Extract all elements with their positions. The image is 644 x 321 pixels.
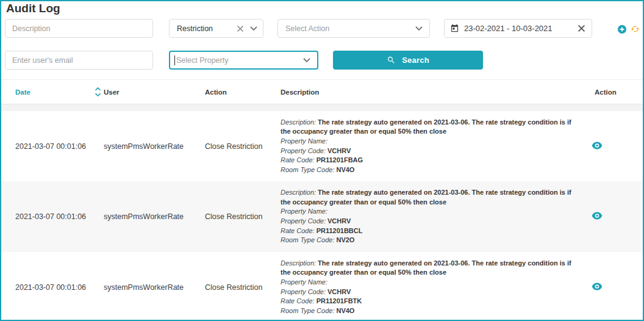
table-row: 2021-03-07 00:01:06 systemPmsWorkerRate … xyxy=(1,252,643,321)
restriction-value: Restriction xyxy=(177,24,213,33)
view-details-eye-icon[interactable] xyxy=(592,283,603,290)
view-details-eye-icon[interactable] xyxy=(592,212,603,220)
calendar-icon xyxy=(450,24,459,33)
table-row: 2021-03-07 00:01:06 systemPmsWorkerRate … xyxy=(1,181,643,252)
search-button[interactable]: Search xyxy=(333,51,483,70)
restriction-select[interactable]: Restriction xyxy=(169,19,263,38)
search-icon xyxy=(387,56,396,65)
chevron-down-icon xyxy=(250,26,257,31)
audit-log-table: Date User Action Description Action 2021… xyxy=(1,79,643,321)
date-range-input[interactable]: 23-02-2021 - 10-03-2021 xyxy=(444,19,592,38)
cell-description: Description:The rate strategy auto gener… xyxy=(281,114,583,179)
text-cursor xyxy=(174,56,175,65)
cell-user: systemPmsWorkerRate xyxy=(104,283,205,292)
column-header-date[interactable]: Date xyxy=(15,87,104,96)
table-row: 2021-03-07 00:01:06 systemPmsWorkerRate … xyxy=(1,111,643,181)
view-details-eye-icon[interactable] xyxy=(592,142,603,150)
page-title: Audit Log xyxy=(6,2,60,15)
email-input[interactable] xyxy=(5,51,153,70)
add-icon[interactable] xyxy=(618,25,626,34)
date-range-value: 23-02-2021 - 10-03-2021 xyxy=(464,24,553,33)
cell-action: Close Restriction xyxy=(205,142,281,151)
cell-action: Close Restriction xyxy=(205,283,281,292)
cell-date: 2021-03-07 00:01:06 xyxy=(15,142,104,151)
cell-user: systemPmsWorkerRate xyxy=(104,142,205,151)
cell-description: Description:The rate strategy auto gener… xyxy=(281,184,583,249)
refresh-icon[interactable] xyxy=(631,24,640,34)
clear-date-icon[interactable] xyxy=(578,24,585,32)
search-button-label: Search xyxy=(402,56,429,65)
cell-action: Close Restriction xyxy=(205,212,281,221)
property-select[interactable]: Select Property xyxy=(169,51,318,70)
action-select[interactable]: Select Action xyxy=(277,19,430,38)
column-header-row-action: Action xyxy=(583,88,643,96)
sort-icon[interactable] xyxy=(95,87,101,96)
clear-restriction-icon[interactable] xyxy=(237,25,244,32)
table-header-row: Date User Action Description Action xyxy=(1,79,643,104)
cell-date: 2021-03-07 00:01:06 xyxy=(15,212,104,221)
cell-description: Description:The rate strategy auto gener… xyxy=(281,255,583,320)
chevron-down-icon xyxy=(303,58,310,63)
cell-date: 2021-03-07 00:01:06 xyxy=(15,283,104,292)
column-header-user: User xyxy=(104,88,205,96)
property-placeholder: Select Property xyxy=(176,56,228,65)
column-header-action: Action xyxy=(205,88,281,96)
cell-user: systemPmsWorkerRate xyxy=(104,212,205,221)
description-input[interactable] xyxy=(5,19,153,38)
action-placeholder: Select Action xyxy=(285,24,329,33)
header-separator-band xyxy=(1,104,643,111)
column-header-description: Description xyxy=(281,88,583,96)
chevron-down-icon xyxy=(415,26,423,31)
audit-log-page: Audit Log Restriction Select Action 23-0… xyxy=(1,1,643,320)
